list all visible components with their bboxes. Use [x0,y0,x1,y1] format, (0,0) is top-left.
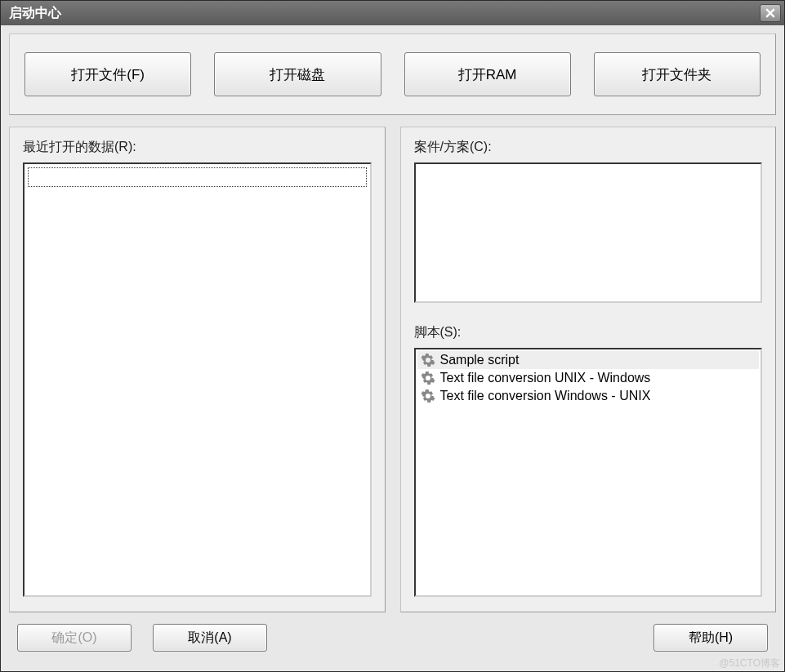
scripts-listbox[interactable]: Sample scriptText file conversion UNIX -… [414,348,763,597]
titlebar: 启动中心 [1,1,784,25]
scripts-label: 脚本(S): [414,324,763,341]
right-panel: 案件/方案(C): 脚本(S): Sample scriptText file … [400,127,777,612]
script-name: Text file conversion Windows - UNIX [440,389,651,403]
script-item[interactable]: Text file conversion UNIX - Windows [417,369,760,387]
recent-panel: 最近打开的数据(R): [9,127,386,612]
footer-left: 确定(O) 取消(A) [17,624,267,652]
ok-button[interactable]: 确定(O) [17,624,132,652]
close-button[interactable] [760,4,781,22]
recent-selection-placeholder [28,167,367,187]
script-item[interactable]: Text file conversion Windows - UNIX [417,387,760,405]
startup-center-window: 启动中心 打开文件(F) 打开磁盘 打开RAM 打开文件夹 最近打开的数据(R)… [0,0,785,672]
window-title: 启动中心 [9,5,760,22]
cases-label: 案件/方案(C): [414,139,763,156]
close-icon [765,8,775,18]
columns: 最近打开的数据(R): 案件/方案(C): 脚本(S): Sample scri… [9,127,776,612]
script-name: Sample script [440,353,520,367]
open-folder-button[interactable]: 打开文件夹 [594,52,760,96]
footer: 确定(O) 取消(A) 帮助(H) [9,624,776,663]
gear-icon [421,389,435,403]
help-button[interactable]: 帮助(H) [653,624,768,652]
script-item[interactable]: Sample script [417,351,760,369]
open-ram-button[interactable]: 打开RAM [404,52,571,96]
cases-listbox[interactable] [414,162,763,303]
recent-label: 最近打开的数据(R): [23,139,372,156]
open-file-button[interactable]: 打开文件(F) [25,52,191,96]
cancel-button[interactable]: 取消(A) [153,624,267,652]
open-disk-button[interactable]: 打开磁盘 [214,52,381,96]
gear-icon [421,371,435,385]
spacer [414,308,763,319]
script-name: Text file conversion UNIX - Windows [440,371,651,385]
gear-icon [421,353,435,367]
toolbar-panel: 打开文件(F) 打开磁盘 打开RAM 打开文件夹 [9,33,776,115]
client-area: 打开文件(F) 打开磁盘 打开RAM 打开文件夹 最近打开的数据(R): 案件/… [1,25,784,671]
recent-listbox[interactable] [23,162,372,597]
